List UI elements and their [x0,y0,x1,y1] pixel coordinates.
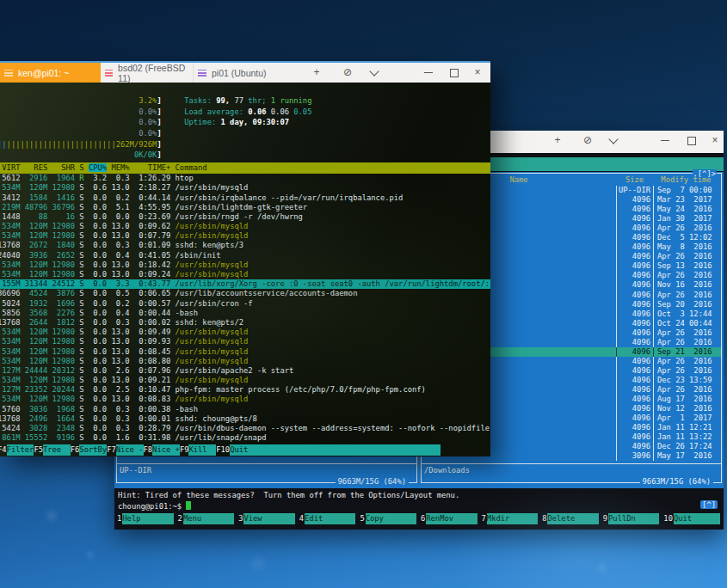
new-tab-button[interactable]: + [306,63,327,83]
process-row[interactable]: 534M 120M 12980 S 0.0 13.0 0:09.93 /usr/… [0,337,490,346]
process-row[interactable]: 5760 3036 1968 S 0.0 0.3 0:00.38 -bash [0,405,490,414]
file-row[interactable]: 4096May 8 2016 [422,242,721,252]
maximize-button[interactable] [681,131,701,150]
process-row[interactable]: 5856 3568 2276 S 0.0 0.4 0:00.44 -bash [0,309,490,318]
fn-key-number[interactable]: F8 [144,444,153,456]
tab-bsd02[interactable]: bsd02 (FreeBSD 11) [101,63,194,83]
tab-ken-pi01[interactable]: ken@pi01: ~ [0,63,101,83]
fn-key-number[interactable]: F7 [107,444,116,456]
column-header-modify-time[interactable]: Modify time [653,175,719,184]
minimize-button[interactable] [655,131,675,150]
process-row[interactable]: 5424 3028 2348 S 0.0 0.3 0:28.79 /usr/bi… [0,424,490,433]
file-row[interactable]: 4096Dec 5 12:02 [422,233,721,242]
fn-key-number[interactable]: F10 [216,444,230,456]
fn-key-label[interactable]: Filter [7,444,34,456]
process-row[interactable]: 24040 3936 2652 S 0.0 0.4 0:41.05 /sbin/… [0,251,490,260]
file-row[interactable]: 4096Nov 16 2016 [422,280,721,290]
fn-key-quit[interactable]: 10Quit [662,513,724,524]
scroll-up-button[interactable]: [^] [700,500,718,509]
theme-icon[interactable]: ⊘ [337,63,358,83]
process-row[interactable]: 13768 2672 1840 S 0.0 0.3 0:01.09 sshd: … [0,241,490,250]
process-row[interactable]: 13768 2644 1812 S 0.0 0.3 0:00.02 sshd: … [0,318,490,328]
process-row[interactable]: 534M 120M 12980 S 0.6 13.0 2:18.27 /usr/… [0,183,490,193]
fn-key-number[interactable]: F9 [180,444,189,456]
mc-right-panel[interactable]: .[^]> Name Size Modify time UP--DIRSep 7… [419,172,724,488]
process-row[interactable]: 534M 120M 12980 S 0.0 13.0 0:08.45 /usr/… [0,347,490,357]
file-row[interactable]: 4096Apr 26 2016 [422,271,721,280]
fn-key-edit[interactable]: 4Edit [299,513,360,524]
column-header-name[interactable]: Name [422,175,616,184]
fn-key-number[interactable]: F6 [71,444,80,456]
fn-key-pulldn[interactable]: 9PullDn [602,513,663,524]
process-row[interactable]: 534M 120M 12980 S 0.0 13.0 0:07.79 /usr/… [0,231,490,241]
fn-key-label[interactable]: SortBy [79,444,107,456]
file-row[interactable]: 4096Apr 26 2016 [422,385,721,395]
fn-key-label[interactable]: Nice - [116,444,144,456]
fn-key-label[interactable]: Nice + [152,444,180,456]
fn-key-menu[interactable]: 2Menu [177,513,238,524]
file-row[interactable]: 4096Dec 23 13:59 [422,376,721,385]
process-row[interactable]: 1448 88 16 S 0.0 0.0 0:23.69 /usr/sbin/r… [0,212,490,222]
process-row[interactable]: 534M 120M 12980 S 0.0 13.0 0:18.42 /usr/… [0,260,490,270]
process-row[interactable]: 534M 120M 12980 S 0.0 13.0 0:08.80 /usr/… [0,357,490,366]
process-row[interactable]: 861M 15552 9196 S 0.0 1.6 0:31.98 /usr/l… [0,433,490,443]
htop-column-header[interactable]: VIRT RES SHR S CPU% MEM% TIME+ Command [0,162,490,174]
file-row[interactable]: UP--DIRSep 7 00:00 [422,186,721,195]
fn-key-label[interactable]: Kill [188,444,216,456]
process-row[interactable]: 5024 1932 1696 S 0.0 0.2 0:00.57 /usr/sb… [0,299,490,309]
file-row[interactable]: 4096Nov 12 2016 [422,404,721,413]
process-row[interactable]: 534M 120M 12980 S 0.0 13.0 0:09.62 /usr/… [0,222,490,231]
file-row[interactable]: 4096Jan 11 12:21 [422,423,721,432]
process-row[interactable]: 127M 24444 20312 S 0.0 2.6 0:07.96 /usr/… [0,366,490,376]
file-row[interactable]: 4096May 24 2016 [422,205,721,214]
process-row[interactable]: 13768 2496 1664 S 0.0 0.3 0:00.01 sshd: … [0,414,490,424]
hamburger-menu-icon[interactable] [198,70,206,77]
column-header-size[interactable]: Size [616,175,653,184]
fn-key-number[interactable]: F5 [34,444,43,456]
chevron-down-icon[interactable] [364,63,385,83]
fn-key-renmov[interactable]: 6RenMov [420,513,481,524]
mc-left-panel[interactable]: UP--DIR 9663M/15G (64%) [114,172,419,488]
process-row[interactable]: 3412 1584 1416 S 0.0 0.2 0:44.14 /usr/sb… [0,193,490,203]
new-tab-button[interactable]: + [547,131,568,150]
file-row[interactable]: 3096May 17 2016 [422,451,721,461]
process-row[interactable]: 534M 120M 12980 S 0.0 13.0 0:09.49 /usr/… [0,328,490,337]
close-button[interactable]: × [467,63,488,83]
fn-key-label[interactable]: Tree [43,444,71,456]
fn-key-help[interactable]: 1Help [116,513,177,524]
close-button[interactable]: × [705,131,725,150]
file-row[interactable]: 4096Jan 30 2017 [422,214,721,224]
file-row[interactable]: 4096Sep 20 2016 [422,300,721,309]
fn-key-number[interactable]: F4 [0,444,7,456]
hamburger-menu-icon[interactable] [4,70,13,77]
file-row[interactable]: 4096Apr 26 2016 [422,328,721,338]
process-row[interactable]: 86696 4524 3876 S 0.0 0.5 0:06.65 /usr/l… [0,289,490,298]
file-row[interactable]: 4096Oct 3 12:44 [422,309,721,319]
chevron-down-icon[interactable] [603,131,624,150]
file-row[interactable]: 4096Apr 1 2017 [422,413,721,423]
minimize-button[interactable] [418,63,439,83]
file-row[interactable]: 4096Apr 26 2016 [422,338,721,347]
file-row[interactable]: 4096Apr 26 2016 [422,291,721,300]
file-row[interactable]: 4096Sep 13 2016 [422,261,721,271]
tab-pi01-ubuntu[interactable]: pi01 (Ubuntu) [194,63,284,83]
process-row[interactable]: 534M 120M 12980 S 0.0 13.0 0:08.83 /usr/… [0,395,490,404]
process-row[interactable]: 534M 120M 12980 S 0.0 13.0 0:09.21 /usr/… [0,376,490,385]
fn-key-mkdir[interactable]: 7Mkdir [481,513,542,524]
maximize-button[interactable] [443,63,464,83]
file-row[interactable]: 4096Jan 11 13:22 [422,432,721,442]
file-row[interactable]: 4096Mar 23 2017 [422,195,721,205]
process-row[interactable]: 219M 48796 36796 S 0.0 5.1 4:55.95 /usr/… [0,203,490,212]
file-row[interactable]: 4096Sep 21 2016 [422,347,721,357]
file-row[interactable]: 4096Apr 26 2016 [422,357,721,366]
file-row[interactable]: 4096Aug 17 2016 [422,395,721,404]
fn-key-label[interactable]: Quit [230,444,257,456]
shell-prompt-line[interactable]: choung@pi01:~$ [^] [118,501,720,511]
mc-menubar[interactable] [114,157,724,171]
panel-scroll-marker[interactable]: .[^]> [693,169,717,178]
fn-key-delete[interactable]: 8Delete [541,513,602,524]
hamburger-menu-icon[interactable] [105,70,113,77]
mc-window-titlebar[interactable]: + ⊘ × [114,131,724,154]
fn-key-copy[interactable]: 5Copy [359,513,420,524]
file-row[interactable]: 4096Apr 26 2016 [422,366,721,376]
